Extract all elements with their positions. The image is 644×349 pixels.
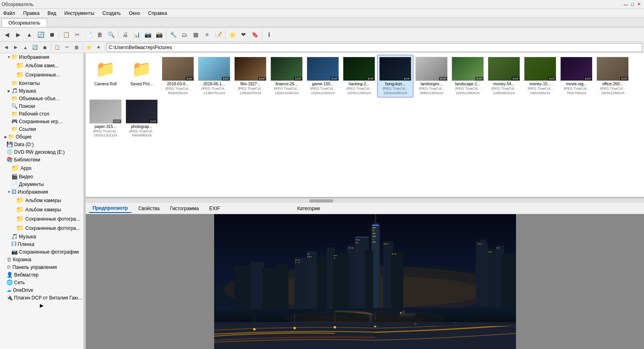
tab-properties[interactable]: Свойства: [135, 204, 163, 213]
maximize-button[interactable]: □: [631, 2, 634, 7]
file-item-12[interactable]: EXIFmoney-15...JPEG TrueCol...640x346x24: [522, 55, 558, 97]
search-button[interactable]: 🔍: [106, 29, 116, 40]
sidebar-item-control-panel[interactable]: ⚙ Панель управления: [0, 263, 83, 271]
sidebar-item-datad[interactable]: 💾 Data (D:): [0, 140, 83, 148]
file-item-3[interactable]: EXIF2018-06-1...JPEG TrueCol...1138x761x…: [196, 55, 232, 97]
view-list-button[interactable]: ≡: [202, 29, 212, 40]
sidebar-item-album2[interactable]: 📁 Альбом камеры: [0, 205, 83, 214]
file-item-1[interactable]: 📁Saved Pict...: [124, 55, 160, 97]
sidebar-item-desktop[interactable]: 📁 Рабочий стол: [0, 110, 83, 118]
file-item-9[interactable]: EXIFlamborgini...JPEG TrueCol...2880x192…: [413, 55, 450, 97]
addr-back-button[interactable]: ◀: [2, 43, 10, 52]
close-button[interactable]: ✕: [637, 2, 641, 7]
tab-explorer[interactable]: Обозреватель: [2, 19, 47, 27]
menu-file[interactable]: Файл: [2, 10, 17, 17]
settings-button[interactable]: 🔧: [168, 29, 178, 40]
sidebar-item-saved-photos1[interactable]: 📁 Сохраненные фотогра...: [0, 214, 83, 223]
addr-refresh-button[interactable]: 🔄: [31, 43, 39, 52]
addr-cut-button[interactable]: ✂: [62, 43, 71, 52]
file-item-2[interactable]: EXIF2018-03-0...JPEG TrueCol...944x625x2…: [160, 55, 196, 97]
sidebar-item-savedgames[interactable]: 🎮 Сохраненные игр...: [0, 118, 83, 125]
expand-icon[interactable]: ▶: [3, 135, 8, 139]
addr-paste-button[interactable]: 📋: [53, 43, 62, 52]
folder-button[interactable]: 🗂: [179, 29, 190, 40]
sidebar-item-camera-roll[interactable]: 📁 Альбом каме...: [0, 61, 83, 70]
sidebar-item-apps[interactable]: 📁 Apps: [0, 163, 83, 173]
star-button[interactable]: ⭐: [227, 29, 237, 40]
tab-exif[interactable]: EXIF: [206, 204, 224, 213]
sidebar-item-images2[interactable]: ▼ 🖼 Изображения: [0, 188, 83, 196]
file-item-5[interactable]: EXIFfinance-26...JPEG TrueCol...1920x144…: [268, 55, 305, 97]
sidebar-item-images[interactable]: ▼ 📁 Изображения: [0, 53, 83, 61]
scrollbar-horizontal[interactable]: [86, 198, 644, 203]
sidebar-item-searches[interactable]: 🔍 Поиски: [0, 102, 83, 110]
tab-preview[interactable]: Предпросмотр: [89, 204, 132, 213]
addr-up-button[interactable]: ▲: [21, 43, 30, 52]
menu-create[interactable]: Создать: [101, 10, 123, 17]
sidebar-item-webmaster[interactable]: 👤 Вебмастер: [0, 271, 83, 279]
sidebar-item-saved[interactable]: 📁 Сохраненные...: [0, 70, 83, 79]
scrollbar-thumb[interactable]: [309, 199, 333, 202]
expand-icon[interactable]: ▶: [6, 89, 11, 93]
paste-button[interactable]: 📄: [83, 29, 94, 40]
file-item-14[interactable]: EXIFoffice-260...JPEG TrueCol...1920x128…: [594, 55, 631, 97]
print-button[interactable]: 🖨: [120, 29, 130, 40]
sidebar-item-music[interactable]: ▶ 🎵 Музыка: [0, 87, 83, 95]
sidebar-item-network[interactable]: 🌐 Сеть: [0, 279, 83, 286]
refresh-button[interactable]: 🔄: [35, 29, 46, 40]
addr-select-button[interactable]: ▦: [72, 43, 81, 52]
sidebar-item-contacts[interactable]: 📁 Контакты: [0, 79, 83, 87]
file-item-4[interactable]: EXIFfilm-1927...JPEG TrueCol...1280x570x…: [232, 55, 268, 97]
rename-button[interactable]: 📝: [213, 29, 223, 40]
camera-button[interactable]: 📷: [142, 29, 153, 40]
addr-stop-button[interactable]: ⏹: [40, 43, 49, 52]
file-item-6[interactable]: EXIFgame-150...JPEG TrueCol...1920x1440x…: [305, 55, 341, 97]
cut-button[interactable]: ✂: [72, 29, 83, 40]
sidebar-item-libraries[interactable]: 📚 Библиотеки: [0, 156, 83, 163]
menu-view[interactable]: Вид: [46, 10, 58, 17]
file-item-16[interactable]: EXIFphotograp...JPEG TrueCol...640x480x2…: [124, 97, 160, 140]
nav-back-button[interactable]: ◀: [2, 29, 12, 40]
file-item-0[interactable]: 📁Camera Roll: [87, 55, 124, 97]
screenshot-button[interactable]: 📸: [154, 29, 164, 40]
expand-icon[interactable]: ▼: [6, 55, 11, 59]
sidebar-item-trash[interactable]: 🗑 Корзина: [0, 256, 83, 263]
file-item-8[interactable]: EXIFhong-kon...JPEG TrueCol...1920x1080x…: [377, 55, 413, 97]
nav-forward-button[interactable]: ▶: [13, 29, 23, 40]
tab-categories[interactable]: Категории: [294, 204, 324, 213]
sidebar-item-dvd[interactable]: 💿 DVD RW дисковод (E:): [0, 148, 83, 156]
sidebar-scroll-down[interactable]: ▶: [0, 302, 83, 310]
favorite-button[interactable]: ❤: [238, 29, 249, 40]
sidebar-item-saved-photos3[interactable]: 📷 Сохраненные фотографии: [0, 248, 83, 256]
sidebar-item-plugin[interactable]: 🔌 Плагин DCP от Виталия Гаю...: [0, 294, 83, 302]
menu-help[interactable]: Справка: [147, 10, 169, 17]
sidebar-item-links[interactable]: 📁 Ссылки: [0, 125, 83, 133]
sidebar-item-docs[interactable]: 📄 Документы: [0, 180, 83, 188]
copy-button[interactable]: 📋: [61, 29, 71, 40]
file-item-13[interactable]: EXIFmovie-nig...JPEG TrueCol...700x700x2…: [558, 55, 594, 97]
menu-window[interactable]: Окно: [127, 10, 142, 17]
sidebar-item-3dobjects[interactable]: 📁 Объемные объе...: [0, 95, 83, 102]
addr-star2-button[interactable]: ★: [94, 43, 103, 52]
delete-button[interactable]: 🗑: [95, 29, 105, 40]
tab-histogram[interactable]: Гистограмма: [166, 204, 202, 213]
sidebar-item-film[interactable]: 🎞 Пленка: [0, 240, 83, 248]
nav-up-button[interactable]: ▲: [24, 29, 35, 40]
menu-edit[interactable]: Правка: [22, 10, 41, 17]
sidebar-item-shared[interactable]: ▶ 📁 Общие: [0, 133, 83, 140]
sidebar-item-music2[interactable]: 🎵 Музыка: [0, 233, 83, 240]
addr-forward-button[interactable]: ▶: [11, 43, 20, 52]
sidebar-item-album1[interactable]: 📁 Альбом камеры: [0, 196, 83, 205]
bookmark-button[interactable]: 🔖: [250, 29, 260, 40]
menu-tools[interactable]: Инструменты: [63, 10, 96, 17]
file-item-15[interactable]: EXIFpaper-315...JPEG TrueCol...1920x1201…: [87, 97, 124, 140]
stop-button[interactable]: ⏹: [47, 29, 57, 40]
view-grid-button[interactable]: ▦: [190, 29, 201, 40]
sidebar-item-onedrive[interactable]: ☁ OneDrive: [0, 286, 83, 294]
file-item-7[interactable]: EXIFhacking-2...JPEG TrueCol...1920x1280…: [341, 55, 377, 97]
expand-icon[interactable]: ▼: [6, 190, 11, 194]
file-item-10[interactable]: EXIFlandscape-1...JPEG TrueCol...1920x10…: [450, 55, 486, 97]
info-button[interactable]: ℹ: [264, 29, 274, 40]
properties-button[interactable]: 📊: [131, 29, 142, 40]
sidebar-item-video[interactable]: 🎬 Видео: [0, 173, 83, 180]
